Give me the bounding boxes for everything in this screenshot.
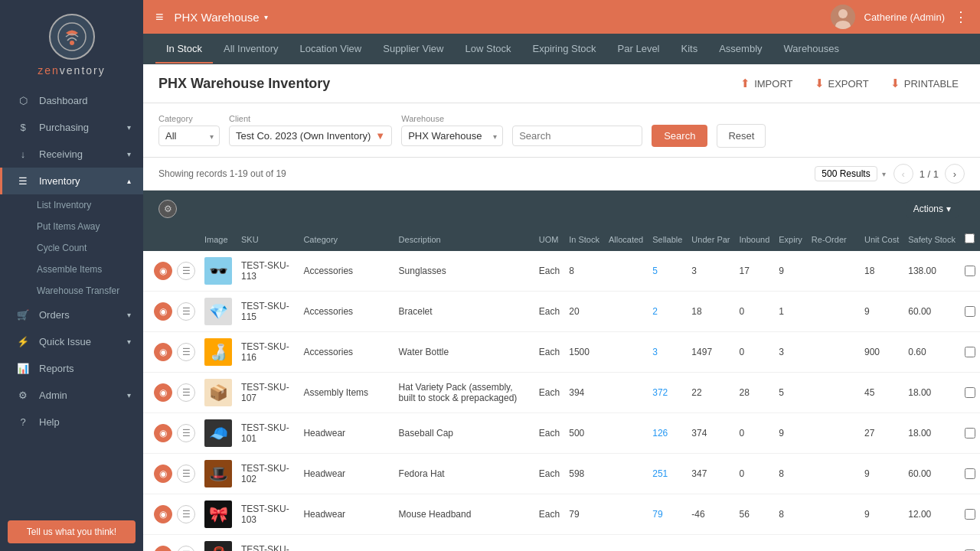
- sidebar-item-dashboard[interactable]: ⬡ Dashboard: [0, 87, 143, 114]
- select-all-checkbox[interactable]: [965, 233, 975, 243]
- chevron-down-icon: ▾: [127, 123, 131, 132]
- expiry-cell: 1: [774, 292, 807, 332]
- search-input[interactable]: [512, 126, 642, 146]
- in-stock-cell: 8: [564, 251, 604, 292]
- row-checkbox[interactable]: [965, 428, 975, 439]
- sidebar-item-orders[interactable]: 🛒 Orders ▾: [0, 302, 143, 328]
- tab-expiring-stock[interactable]: Expiring Stock: [521, 35, 606, 64]
- allocated-cell: [604, 373, 648, 413]
- table-row: ◉ ☰ 🧣 TEST-SKU-104 Headwear Beanie Each …: [143, 535, 980, 552]
- view-button[interactable]: ◉: [154, 262, 172, 280]
- tab-in-stock[interactable]: In Stock: [155, 35, 213, 64]
- sku-cell: TEST-SKU-103: [237, 494, 299, 535]
- sellable-link[interactable]: 2: [652, 306, 658, 317]
- client-select[interactable]: Test Co. 2023 (Own Inventory) ▼: [229, 126, 392, 146]
- edit-button[interactable]: ☰: [177, 262, 195, 280]
- sku-cell: TEST-SKU-101: [237, 413, 299, 454]
- table-row: ◉ ☰ 💎 TEST-SKU-115 Accessories Bracelet …: [143, 292, 980, 332]
- warehouse-filter-group: Warehouse PHX Warehouse ▾: [401, 114, 503, 146]
- edit-button[interactable]: ☰: [177, 343, 195, 361]
- row-checkbox[interactable]: [965, 387, 975, 398]
- sidebar-item-help[interactable]: ? Help: [0, 409, 143, 435]
- product-image-cell: 🎩: [200, 454, 237, 494]
- results-count-badge: 500 Results: [815, 166, 877, 181]
- prev-page-button[interactable]: ‹: [893, 164, 913, 184]
- sidebar-item-quick-issue[interactable]: ⚡ Quick Issue ▾: [0, 328, 143, 355]
- actions-button[interactable]: Actions ▾: [906, 200, 959, 218]
- sellable-link[interactable]: 372: [652, 387, 668, 398]
- table-settings-icon[interactable]: ⚙: [158, 200, 177, 218]
- sidebar-item-warehouse-transfer[interactable]: Warehouse Transfer: [0, 280, 143, 302]
- table-row: ◉ ☰ 📦 TEST-SKU-107 Assembly Items Hat Va…: [143, 373, 980, 413]
- category-select[interactable]: All: [158, 126, 220, 146]
- sidebar-item-purchasing[interactable]: $ Purchasing ▾: [0, 114, 143, 141]
- tab-par-level[interactable]: Par Level: [607, 35, 671, 64]
- safety-stock-cell: 18.00: [903, 413, 960, 454]
- sku-cell: TEST-SKU-107: [237, 373, 299, 413]
- sidebar-item-reports[interactable]: 📊 Reports: [0, 355, 143, 382]
- warehouse-dropdown-icon[interactable]: ▾: [264, 13, 268, 21]
- warehouse-select[interactable]: PHX Warehouse: [401, 126, 503, 146]
- view-button[interactable]: ◉: [154, 302, 172, 321]
- tab-low-stock[interactable]: Low Stock: [455, 35, 522, 64]
- next-page-button[interactable]: ›: [945, 164, 965, 184]
- row-checkbox[interactable]: [965, 306, 975, 317]
- view-button[interactable]: ◉: [154, 546, 172, 551]
- tab-all-inventory[interactable]: All Inventory: [213, 35, 289, 64]
- sidebar-item-put-items-away[interactable]: Put Items Away: [0, 216, 143, 237]
- menu-icon[interactable]: ≡: [155, 9, 164, 25]
- tab-assembly[interactable]: Assembly: [708, 35, 773, 64]
- tell-us-button[interactable]: Tell us what you think!: [8, 520, 136, 543]
- more-options-icon[interactable]: ⋮: [954, 8, 968, 25]
- edit-button[interactable]: ☰: [177, 424, 195, 442]
- edit-button[interactable]: ☰: [177, 546, 195, 551]
- row-checkbox[interactable]: [965, 468, 975, 479]
- inbound-cell: 0: [735, 332, 775, 373]
- sidebar-item-admin[interactable]: ⚙ Admin ▾: [0, 382, 143, 409]
- sidebar-item-receiving[interactable]: ↓ Receiving ▾: [0, 141, 143, 168]
- sidebar-item-cycle-count[interactable]: Cycle Count: [0, 237, 143, 259]
- tab-kits[interactable]: Kits: [671, 35, 709, 64]
- import-button[interactable]: ⬆ IMPORT: [734, 73, 799, 93]
- view-button[interactable]: ◉: [154, 383, 172, 402]
- table-toolbar: ⚙ Actions ▾: [143, 191, 980, 227]
- edit-button[interactable]: ☰: [177, 302, 195, 321]
- edit-button[interactable]: ☰: [177, 383, 195, 402]
- sellable-cell: 372: [648, 373, 687, 413]
- tab-location-view[interactable]: Location View: [289, 35, 373, 64]
- row-checkbox[interactable]: [965, 347, 975, 357]
- sellable-link[interactable]: 79: [652, 509, 662, 520]
- view-button[interactable]: ◉: [154, 465, 172, 483]
- sku-cell: TEST-SKU-113: [237, 251, 299, 292]
- sellable-link[interactable]: 126: [652, 428, 668, 439]
- sidebar-item-label: Inventory: [39, 175, 127, 187]
- edit-button[interactable]: ☰: [177, 505, 195, 523]
- inventory-icon: ☰: [15, 175, 31, 187]
- checkbox-cell: [960, 413, 980, 454]
- description-cell: Baseball Cap: [394, 413, 534, 454]
- row-checkbox[interactable]: [965, 509, 975, 520]
- tab-warehouses[interactable]: Warehouses: [773, 35, 851, 64]
- sidebar-item-inventory[interactable]: ☰ Inventory ▴: [0, 168, 143, 194]
- row-actions-cell: ◉ ☰: [143, 413, 200, 454]
- sidebar-item-list-inventory[interactable]: List Inventory: [0, 194, 143, 216]
- export-button[interactable]: ⬇ EXPORT: [808, 73, 875, 93]
- sellable-link[interactable]: 3: [652, 347, 658, 357]
- export-icon: ⬇: [815, 77, 825, 90]
- search-button[interactable]: Search: [652, 125, 707, 147]
- edit-button[interactable]: ☰: [177, 465, 195, 483]
- sellable-link[interactable]: 251: [652, 468, 668, 479]
- sellable-cell: 5: [648, 251, 687, 292]
- under-par-cell: 374: [687, 413, 734, 454]
- row-checkbox[interactable]: [965, 266, 975, 276]
- printable-button[interactable]: ⬇ PRINTABLE: [884, 73, 965, 93]
- category-cell: Headwear: [299, 413, 394, 454]
- sidebar-item-assemble-items[interactable]: Assemble Items: [0, 259, 143, 280]
- view-button[interactable]: ◉: [154, 505, 172, 523]
- view-button[interactable]: ◉: [154, 424, 172, 442]
- view-button[interactable]: ◉: [154, 343, 172, 361]
- tab-supplier-view[interactable]: Supplier View: [372, 35, 454, 64]
- spacer-label: [652, 113, 707, 122]
- reset-button[interactable]: Reset: [717, 124, 766, 148]
- sellable-link[interactable]: 5: [652, 266, 658, 276]
